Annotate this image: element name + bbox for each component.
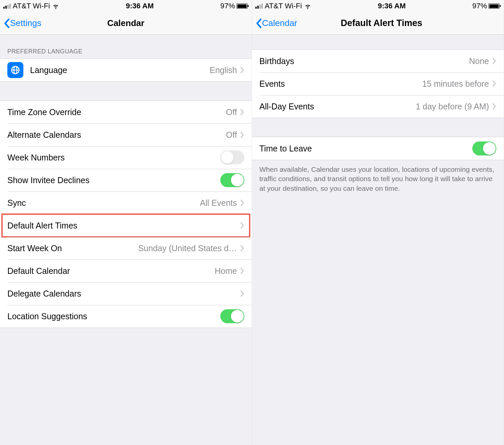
- row-value: Home: [215, 266, 237, 276]
- row-time-to-leave[interactable]: Time to Leave: [252, 137, 504, 160]
- row-label: Birthdays: [259, 56, 469, 66]
- chevron-right-icon: [492, 58, 496, 64]
- row-value: English: [210, 65, 237, 75]
- row-all-day-events[interactable]: All-Day Events 1 day before (9 AM): [252, 95, 504, 118]
- chevron-right-icon: [240, 245, 244, 252]
- row-label: Default Calendar: [7, 266, 215, 276]
- row-show-invitee-declines[interactable]: Show Invitee Declines: [0, 169, 252, 191]
- row-label: Language: [30, 65, 210, 75]
- row-label: Default Alert Times: [7, 221, 240, 231]
- row-value: Off: [226, 107, 237, 117]
- row-label: Time to Leave: [259, 144, 472, 153]
- back-button[interactable]: Calendar: [255, 18, 297, 28]
- row-language[interactable]: Language English: [0, 59, 252, 81]
- battery-pct: 97%: [472, 2, 487, 10]
- row-label: Week Numbers: [7, 153, 220, 162]
- signal-icon: [3, 4, 11, 9]
- row-label: Start Week On: [7, 244, 138, 253]
- row-value: None: [469, 56, 489, 66]
- carrier-label: AT&T Wi-Fi: [265, 2, 302, 10]
- chevron-right-icon: [240, 109, 244, 115]
- nav-bar: Calendar Default Alert Times: [252, 12, 504, 35]
- battery-icon: [236, 3, 248, 9]
- chevron-right-icon: [492, 80, 496, 87]
- row-alternate-calendars[interactable]: Alternate Calendars Off: [0, 123, 252, 146]
- row-value: 1 day before (9 AM): [416, 102, 489, 111]
- row-label: Show Invitee Declines: [7, 175, 220, 185]
- chevron-right-icon: [240, 199, 244, 206]
- signal-icon: [255, 4, 263, 9]
- row-label: Sync: [7, 198, 200, 208]
- row-label: Events: [259, 79, 422, 89]
- row-week-numbers[interactable]: Week Numbers: [0, 146, 252, 169]
- row-value: 15 minutes before: [422, 79, 489, 89]
- chevron-left-icon: [3, 18, 10, 28]
- week-numbers-switch[interactable]: [220, 150, 244, 164]
- wifi-icon: [304, 2, 311, 10]
- status-bar: AT&T Wi-Fi 9:36 AM 97%: [0, 0, 252, 12]
- chevron-right-icon: [492, 103, 496, 110]
- row-start-week-on[interactable]: Start Week On Sunday (United States d…: [0, 237, 252, 260]
- chevron-right-icon: [240, 268, 244, 274]
- back-label: Settings: [10, 18, 41, 28]
- row-birthdays[interactable]: Birthdays None: [252, 50, 504, 72]
- row-sync[interactable]: Sync All Events: [0, 191, 252, 214]
- row-delegate-calendars[interactable]: Delegate Calendars: [0, 282, 252, 305]
- chevron-left-icon: [255, 18, 262, 28]
- row-location-suggestions[interactable]: Location Suggestions: [0, 305, 252, 328]
- chevron-right-icon: [240, 222, 244, 229]
- chevron-right-icon: [240, 67, 244, 73]
- location-suggestions-switch[interactable]: [220, 309, 244, 323]
- row-label: Time Zone Override: [7, 107, 226, 117]
- row-time-zone-override[interactable]: Time Zone Override Off: [0, 101, 252, 123]
- row-label: Location Suggestions: [7, 312, 220, 321]
- row-value: All Events: [200, 198, 237, 208]
- status-bar: AT&T Wi-Fi 9:36 AM 97%: [252, 0, 504, 12]
- globe-icon: [7, 62, 23, 78]
- row-label: Alternate Calendars: [7, 130, 226, 140]
- wifi-icon: [52, 2, 59, 10]
- footer-text: When available, Calendar uses your locat…: [252, 160, 504, 193]
- row-default-calendar[interactable]: Default Calendar Home: [0, 260, 252, 282]
- back-button[interactable]: Settings: [3, 18, 41, 28]
- carrier-label: AT&T Wi-Fi: [13, 2, 50, 10]
- invitee-declines-switch[interactable]: [220, 173, 244, 187]
- left-screenshot: AT&T Wi-Fi 9:36 AM 97% Settings Calendar…: [0, 0, 252, 445]
- section-header-language: PREFERRED LANGUAGE: [0, 35, 252, 58]
- row-label: All-Day Events: [259, 102, 416, 111]
- right-screenshot: AT&T Wi-Fi 9:36 AM 97% Calendar Default …: [252, 0, 504, 445]
- row-events[interactable]: Events 15 minutes before: [252, 72, 504, 95]
- clock-label: 9:36 AM: [126, 2, 154, 10]
- chevron-right-icon: [240, 131, 244, 138]
- row-value: Off: [226, 130, 237, 140]
- clock-label: 9:36 AM: [378, 2, 406, 10]
- row-label: Delegate Calendars: [7, 289, 240, 299]
- row-default-alert-times[interactable]: Default Alert Times: [0, 214, 252, 237]
- battery-pct: 97%: [220, 2, 235, 10]
- time-to-leave-switch[interactable]: [472, 141, 496, 155]
- chevron-right-icon: [240, 290, 244, 297]
- battery-icon: [488, 3, 500, 9]
- nav-bar: Settings Calendar: [0, 12, 252, 35]
- back-label: Calendar: [262, 18, 297, 28]
- row-value: Sunday (United States d…: [138, 244, 237, 253]
